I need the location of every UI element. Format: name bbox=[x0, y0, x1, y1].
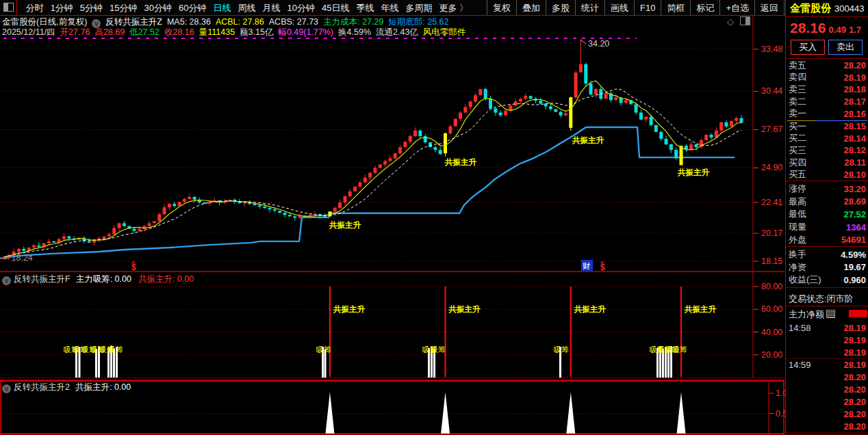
quote-value: 28.19 bbox=[843, 323, 866, 333]
pane2-header: v反转共振主升F主力吸筹: 0.00共振主升: 0.00 bbox=[2, 274, 201, 285]
main-force-label: 主力净额 bbox=[789, 309, 824, 319]
quote-label: 卖一 bbox=[789, 107, 806, 120]
svg-text:20.17: 20.17 bbox=[761, 228, 782, 238]
svg-text:^: ^ bbox=[131, 260, 136, 267]
pane3-title: 反转共振主升2 bbox=[14, 382, 70, 392]
quote-value: 28.20 bbox=[843, 372, 866, 382]
quote-value: 28.11 bbox=[844, 157, 866, 168]
pane-control-icons[interactable]: ◇ bbox=[727, 16, 750, 27]
quote-row[interactable]: 收益(三)0.960 bbox=[786, 274, 868, 287]
quote-label: 买五 bbox=[789, 168, 806, 181]
stock-title: 金雷股份300443 bbox=[786, 2, 868, 15]
quote-row[interactable]: 14:5928.19 bbox=[786, 358, 868, 371]
svg-text:18.15: 18.15 bbox=[761, 256, 782, 266]
price-change: 0.49 bbox=[829, 25, 846, 35]
quote-row[interactable]: 卖五28.20 bbox=[786, 60, 868, 72]
tick-list[interactable]: 14:5828.1928.1928.1914:5928.1928.2028.20… bbox=[786, 321, 868, 432]
quote-value: 28.20 bbox=[843, 409, 866, 419]
quote-label: 最低 bbox=[789, 208, 806, 220]
svg-text:0.50: 0.50 bbox=[776, 409, 785, 419]
quote-value: 54691 bbox=[841, 235, 866, 245]
quote-value: 28.15 bbox=[843, 121, 866, 131]
svg-text:共振主升: 共振主升 bbox=[333, 305, 366, 314]
layout-icon[interactable] bbox=[740, 16, 750, 25]
candles bbox=[2, 39, 743, 259]
svg-text:33.48: 33.48 bbox=[761, 44, 782, 54]
trade-status: 交易状态:闭市阶 bbox=[786, 293, 868, 305]
stock-code: 300443 bbox=[834, 3, 864, 14]
quote-row[interactable]: 卖一28.16 bbox=[786, 107, 868, 120]
quote-label: 卖二 bbox=[789, 96, 806, 108]
svg-text:吸筹: 吸筹 bbox=[431, 345, 446, 354]
quote-row[interactable]: 卖二28.17 bbox=[786, 96, 868, 108]
quote-value: 28.19 bbox=[843, 347, 866, 358]
sell-button[interactable]: 卖出 bbox=[828, 40, 863, 55]
quote-label: 买一 bbox=[789, 120, 806, 133]
svg-text:27.67: 27.67 bbox=[761, 124, 782, 134]
quote-value: 33.20 bbox=[843, 184, 866, 194]
svg-text:共振主升: 共振主升 bbox=[448, 305, 481, 314]
quote-row[interactable]: 最高28.69 bbox=[786, 196, 868, 209]
quote-row[interactable]: 买一28.15 bbox=[786, 120, 868, 133]
quote-value: 19.67 bbox=[843, 262, 866, 272]
quote-value: 0.960 bbox=[843, 275, 866, 285]
quote-value: 28.19 bbox=[843, 335, 866, 345]
svg-text:80.00: 80.00 bbox=[761, 282, 782, 291]
quote-value: 28.16 bbox=[843, 109, 866, 119]
quote-value: 28.12 bbox=[843, 145, 866, 155]
quote-value: 28.18 bbox=[843, 84, 866, 94]
svg-text:^: ^ bbox=[600, 260, 604, 267]
quote-row[interactable]: 28.20 bbox=[786, 420, 868, 432]
svg-text:吸筹: 吸筹 bbox=[672, 345, 687, 354]
quote-value: 27.52 bbox=[843, 209, 866, 220]
stats-block-a: 涨停33.20最高28.69最低27.52现量1364外盘54691 bbox=[786, 183, 868, 246]
buy-button[interactable]: 买入 bbox=[791, 40, 825, 55]
quote-row[interactable]: 28.20 bbox=[786, 408, 868, 420]
quote-row[interactable]: 买三28.12 bbox=[786, 144, 868, 157]
quote-row[interactable]: 最低27.52 bbox=[786, 208, 868, 221]
quote-label: 涨停 bbox=[789, 183, 806, 195]
quote-row[interactable]: 净资19.67 bbox=[786, 261, 868, 274]
svg-text:34.20: 34.20 bbox=[588, 39, 609, 49]
quote-row[interactable]: 28.20 bbox=[786, 371, 868, 383]
quote-row[interactable]: 现量1364 bbox=[786, 221, 868, 234]
svg-text:共振主升: 共振主升 bbox=[444, 158, 477, 167]
quote-row[interactable]: 换手4.59% bbox=[786, 248, 868, 261]
price-row: 28.160.491.7 bbox=[786, 20, 868, 36]
quote-label: 现量 bbox=[789, 221, 806, 233]
quote-row[interactable]: 买四28.11 bbox=[786, 157, 868, 169]
indicator-value: 共振主升: 0.00 bbox=[138, 274, 194, 284]
collapse-icon[interactable]: v bbox=[2, 384, 11, 393]
stock-name: 金雷股份 bbox=[790, 2, 831, 14]
quote-row[interactable]: 卖三28.18 bbox=[786, 83, 868, 96]
quote-row[interactable]: 涨停33.20 bbox=[786, 183, 868, 196]
quote-label: 卖四 bbox=[789, 71, 806, 83]
quote-row[interactable]: 28.20 bbox=[786, 383, 868, 395]
quote-label: 卖五 bbox=[789, 60, 806, 72]
quote-value: 1364 bbox=[846, 222, 866, 233]
quote-label: 卖三 bbox=[789, 83, 806, 96]
price-pct: 1.7 bbox=[849, 25, 861, 35]
trade-buttons: 买入卖出 bbox=[786, 40, 868, 55]
quote-row[interactable]: 买五28.10 bbox=[786, 168, 868, 181]
pane2-title: 反转共振主升F bbox=[14, 274, 71, 284]
quote-label: 净资 bbox=[789, 261, 806, 274]
chart-canvas[interactable]: 33.4830.4427.6724.9022.4120.1718.15共振主升共… bbox=[0, 0, 785, 435]
quote-row[interactable]: 28.19 bbox=[786, 334, 868, 346]
svg-text:共振主升: 共振主升 bbox=[572, 136, 604, 145]
quote-value: 28.19 bbox=[843, 360, 866, 370]
list-icon bbox=[826, 310, 835, 318]
collapse-icon[interactable]: v bbox=[2, 276, 11, 285]
quote-row[interactable]: 买二28.14 bbox=[786, 133, 868, 145]
quote-row[interactable]: 卖四28.19 bbox=[786, 72, 868, 84]
quote-value: 28.14 bbox=[843, 133, 866, 144]
quote-label: 外盘 bbox=[789, 234, 806, 246]
quote-row[interactable]: 外盘54691 bbox=[786, 233, 868, 246]
quote-row[interactable]: 14:5828.19 bbox=[786, 321, 868, 334]
svg-text:1.00: 1.00 bbox=[776, 388, 785, 398]
quote-row[interactable]: 28.19 bbox=[786, 346, 868, 358]
quote-row[interactable]: 28.20 bbox=[786, 395, 868, 408]
quote-label: 买四 bbox=[789, 157, 806, 169]
svg-text:共振主升: 共振主升 bbox=[329, 221, 361, 230]
svg-text:吸筹: 吸筹 bbox=[316, 345, 331, 354]
